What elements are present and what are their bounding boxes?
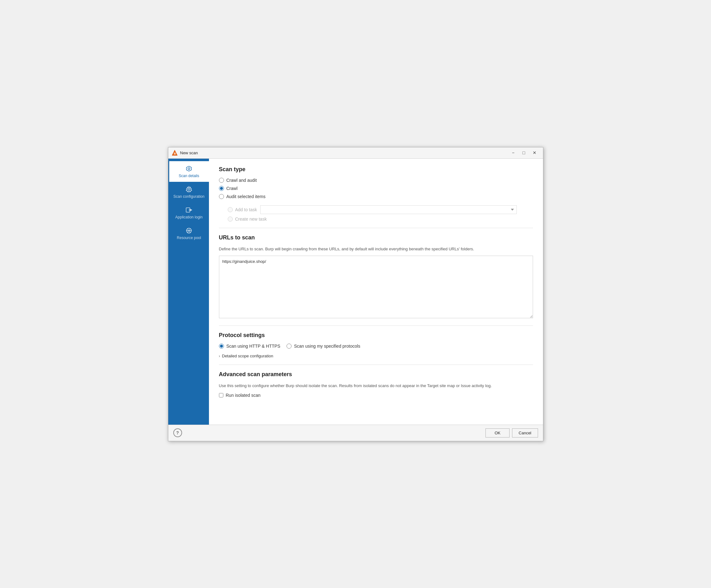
- window-controls: − □ ✕: [509, 149, 539, 156]
- scan-type-title: Scan type: [219, 166, 533, 173]
- sidebar-item-application-login[interactable]: Application login: [168, 203, 209, 223]
- sidebar-item-scan-configuration[interactable]: Scan configuration: [168, 182, 209, 203]
- run-isolated-label: Run isolated scan: [226, 393, 261, 398]
- sidebar-item-resource-pool[interactable]: Resource pool: [168, 223, 209, 244]
- scan-details-icon: [185, 165, 193, 172]
- login-icon: [185, 206, 193, 214]
- main-content: Scan type Crawl and audit Crawl Audit se…: [209, 159, 543, 425]
- my-protocols-radio[interactable]: [286, 343, 292, 349]
- footer: ? OK Cancel: [168, 425, 543, 441]
- urls-to-scan-title: URLs to scan: [219, 234, 533, 241]
- sidebar-label-application-login: Application login: [175, 215, 202, 219]
- run-isolated-option[interactable]: Run isolated scan: [219, 393, 533, 398]
- crawl-audit-label: Crawl and audit: [227, 178, 257, 183]
- sidebar: Scan details Scan configuration: [168, 159, 209, 425]
- footer-actions: OK Cancel: [486, 428, 538, 438]
- urls-description: Define the URLs to scan. Burp will begin…: [219, 246, 533, 252]
- resource-pool-icon: [185, 227, 193, 234]
- gear-icon: [185, 186, 193, 193]
- svg-point-3: [188, 188, 190, 190]
- scope-link-label: Detailed scope configuration: [222, 354, 273, 358]
- add-to-task-radio[interactable]: [228, 207, 233, 212]
- add-to-task-row: Add to task: [228, 205, 533, 214]
- cancel-button[interactable]: Cancel: [512, 428, 538, 438]
- urls-textarea[interactable]: https://ginandjuice.shop/: [219, 256, 533, 318]
- burp-icon: B: [172, 150, 178, 155]
- chevron-icon: ›: [219, 354, 220, 358]
- crawl-option[interactable]: Crawl: [219, 186, 533, 191]
- add-to-task-label: Add to task: [235, 207, 257, 212]
- my-protocols-label: Scan using my specified protocols: [294, 343, 360, 349]
- svg-text:B: B: [174, 152, 176, 155]
- advanced-description: Use this setting to configure whether Bu…: [219, 383, 533, 389]
- close-button[interactable]: ✕: [530, 149, 539, 156]
- minimize-button[interactable]: −: [509, 149, 518, 156]
- maximize-button[interactable]: □: [519, 149, 529, 156]
- add-to-task-option[interactable]: Add to task: [228, 207, 257, 212]
- audit-selected-radio[interactable]: [219, 194, 224, 199]
- create-new-task-option[interactable]: Create new task: [228, 216, 267, 222]
- http-https-label: Scan using HTTP & HTTPS: [227, 343, 280, 349]
- help-button[interactable]: ?: [173, 428, 182, 437]
- protocol-options: Scan using HTTP & HTTPS Scan using my sp…: [219, 343, 533, 349]
- advanced-scan-title: Advanced scan parameters: [219, 371, 533, 378]
- sidebar-item-scan-details[interactable]: Scan details: [168, 161, 209, 182]
- create-new-task-radio[interactable]: [228, 216, 233, 222]
- crawl-label: Crawl: [227, 186, 238, 191]
- crawl-radio[interactable]: [219, 186, 224, 191]
- run-isolated-checkbox[interactable]: [219, 393, 223, 397]
- protocol-settings-title: Protocol settings: [219, 332, 533, 339]
- scan-type-options: Crawl and audit Crawl Audit selected ite…: [219, 178, 533, 199]
- ok-button[interactable]: OK: [486, 428, 510, 438]
- svg-point-2: [188, 168, 190, 170]
- title-bar: B New scan − □ ✕: [168, 147, 543, 159]
- http-https-option[interactable]: Scan using HTTP & HTTPS: [219, 343, 280, 349]
- sidebar-label-scan-configuration: Scan configuration: [173, 194, 204, 199]
- window-body: Scan details Scan configuration: [168, 159, 543, 425]
- main-window: B New scan − □ ✕ Scan details: [168, 147, 543, 441]
- crawl-audit-option[interactable]: Crawl and audit: [219, 178, 533, 183]
- separator-1: [219, 228, 533, 228]
- separator-2: [219, 326, 533, 326]
- http-https-radio[interactable]: [219, 343, 224, 349]
- separator-3: [219, 364, 533, 365]
- task-select-dropdown[interactable]: [260, 205, 517, 214]
- crawl-audit-radio[interactable]: [219, 178, 224, 183]
- audit-selected-label: Audit selected items: [227, 194, 265, 199]
- my-protocols-option[interactable]: Scan using my specified protocols: [286, 343, 360, 349]
- create-new-task-label: Create new task: [235, 216, 267, 222]
- sidebar-label-scan-details: Scan details: [179, 174, 199, 178]
- sidebar-label-resource-pool: Resource pool: [177, 236, 201, 240]
- sub-options: Add to task Create new task: [228, 205, 533, 222]
- audit-selected-option[interactable]: Audit selected items: [219, 194, 533, 199]
- create-new-task-row: Create new task: [228, 216, 533, 222]
- window-title: New scan: [180, 150, 509, 155]
- scope-link[interactable]: › Detailed scope configuration: [219, 354, 533, 358]
